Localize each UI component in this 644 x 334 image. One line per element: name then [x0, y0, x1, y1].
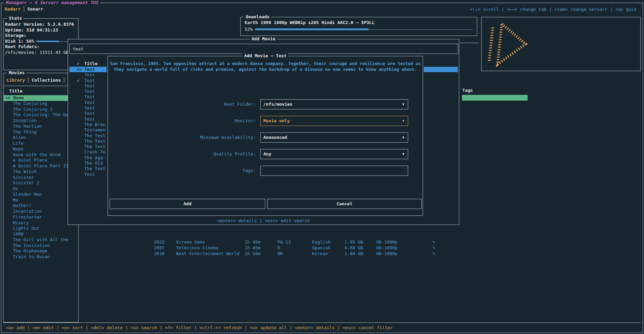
library-row[interactable]: 2016 Next Entertainment World 1h 58m NR …	[154, 251, 469, 256]
movie-list: =>Dune The Conjuring The Conjuring 2 The…	[4, 95, 78, 260]
movie-title: A Quiet Place Part II	[13, 163, 68, 168]
cell-quality: HD-1080p	[376, 239, 398, 245]
selected-result-row-fragment	[424, 67, 458, 72]
movie-title: Nope	[13, 146, 23, 151]
movie-row[interactable]: A Quiet Place Part II	[4, 163, 78, 169]
monitored-icon: ✎	[432, 251, 435, 256]
root-folder-select[interactable]: /nfs/movies ▼	[260, 99, 408, 109]
tab-sonarr[interactable]: Sonarr	[27, 6, 43, 12]
tab-library[interactable]: Library	[6, 78, 25, 83]
add-movie-modal-title: Add Movie	[250, 36, 277, 42]
uptime: Uptime: 31d 04:31:23	[4, 27, 78, 33]
quality-profile-value: Any	[263, 151, 271, 156]
gauge-fill	[255, 28, 368, 30]
movie-title: The Conjuring 2	[13, 107, 52, 112]
library-row[interactable]: 2007 Telecinco Cinema 1h 45m R Spanish 0…	[154, 245, 469, 251]
movie-row[interactable]: The Martian	[4, 124, 78, 129]
movie-row[interactable]: Sinister 2	[4, 180, 78, 186]
downloaded-check-icon: ✓	[77, 78, 80, 83]
dropdown-arrow-icon: ▼	[402, 133, 404, 142]
selected-movie-row[interactable]: =>Dune	[4, 95, 78, 101]
selection-arrow: =>	[5, 95, 10, 100]
add-movie-popup: Add Movie – Test San Francisco, 1985. Tw…	[108, 56, 423, 216]
selected-result-row[interactable]: => Test	[69, 67, 107, 72]
result-title: Crash Te	[84, 149, 106, 155]
monitor-select[interactable]: Movie only ▼	[260, 116, 408, 126]
movie-title: The Thing	[13, 129, 37, 134]
library-table-rows: 2022 Screen Gems 1h 45m PG-13 English 1.…	[154, 239, 469, 257]
movie-row[interactable]: Life	[4, 141, 78, 146]
movie-row[interactable]: The Conjuring	[4, 101, 78, 107]
movie-row[interactable]: Gone with the Wind	[4, 152, 78, 158]
top-help: <↑↓> scroll | <←→> change tab | <tab> ch…	[470, 7, 637, 12]
cell-size: 0.68 GB	[345, 245, 363, 251]
cell-size: 1.84 GB	[345, 251, 363, 256]
tab-collections[interactable]: Collections	[32, 78, 61, 83]
root-folder-field: Root Folder: /nfs/movies ▼	[108, 99, 423, 109]
movie-title: Inception	[13, 118, 37, 123]
movie-row[interactable]: Firestarter	[4, 214, 78, 220]
movie-row[interactable]: Alien	[4, 135, 78, 141]
keybindings-help: <a> add | <e> edit | <o> sort | <del> de…	[6, 325, 393, 330]
movie-row[interactable]: The Conjuring: The De	[4, 112, 78, 118]
minimum-availability-select[interactable]: Announced ▼	[260, 132, 408, 143]
servarr-tabs: Radarr│Sonarr	[5, 6, 43, 12]
quality-profile-select[interactable]: Any ▼	[260, 149, 408, 159]
cancel-button[interactable]: Cancel	[267, 199, 422, 209]
movie-row[interactable]: mother!	[4, 203, 78, 209]
movie-row[interactable]: Lights Out	[4, 226, 78, 231]
add-button[interactable]: Add	[110, 199, 265, 209]
movie-title: Slender Man	[13, 192, 42, 197]
movie-row[interactable]: The Witch	[4, 169, 78, 175]
download-percent-label: 52%	[245, 26, 252, 32]
movie-row[interactable]: Slender Man	[4, 192, 78, 197]
monitored-icon: ✎	[432, 245, 435, 251]
movie-title: The Girl with All the	[13, 237, 68, 242]
movie-row[interactable]: The Conjuring 2	[4, 107, 78, 112]
movie-row[interactable]: Incantation	[4, 209, 78, 214]
tags-input[interactable]	[260, 166, 408, 176]
result-title: Test	[84, 117, 95, 122]
movie-row[interactable]: Ma	[4, 197, 78, 203]
cell-rating: PG-13	[277, 239, 291, 245]
result-title: Test	[84, 100, 95, 105]
tab-separator: │	[27, 78, 30, 83]
movie-title: Dune	[13, 95, 24, 100]
movie-row[interactable]: Nope	[4, 146, 78, 152]
selection-arrow: =>	[76, 67, 82, 72]
movie-row[interactable]: 1408	[4, 231, 78, 237]
movie-row[interactable]: The Girl with All the	[4, 237, 78, 243]
movie-title: Incantation	[13, 209, 42, 214]
movie-title: 1408	[13, 231, 23, 236]
app-title: Managarr – A Servarr management TUI	[4, 0, 100, 5]
movie-row[interactable]: The Invitation	[4, 243, 78, 249]
movie-row[interactable]: A Quiet Place	[4, 158, 78, 163]
cell-runtime: 1h 58m	[245, 251, 261, 256]
disk-usage-row: Disk 1: 56%	[4, 39, 78, 44]
movie-row[interactable]: Us	[4, 186, 78, 192]
movie-title: The Conjuring: The De	[13, 112, 68, 117]
library-row[interactable]: 2022 Screen Gems 1h 45m PG-13 English 1.…	[154, 239, 469, 245]
cell-language: English	[312, 239, 331, 245]
download-item-title[interactable]: Earth 1998 1080p WEBRip x265 Hindi AAC2.…	[245, 20, 473, 25]
add-movie-help: <enter> details | <esc> edit search	[68, 218, 459, 223]
movie-row[interactable]: Train to Busan	[4, 254, 78, 260]
root-folders-label: Root Folders:	[4, 44, 78, 50]
movie-row[interactable]: The Orphanage	[4, 248, 78, 254]
movie-row[interactable]: Inception	[4, 118, 78, 124]
result-title: Test	[84, 111, 95, 116]
movie-title: Train to Busan	[13, 254, 50, 259]
movie-row[interactable]: Misery	[4, 220, 78, 226]
movie-row[interactable]: The Thing	[4, 129, 78, 135]
cell-size: 1.95 GB	[345, 239, 363, 245]
movie-row[interactable]: Sinister	[4, 175, 78, 181]
tab-radarr[interactable]: Radarr	[5, 6, 21, 12]
movie-overview: San Francisco, 1985. Two opposites attra…	[109, 61, 421, 72]
tab-separator: │	[63, 78, 66, 83]
result-title: test	[84, 105, 95, 111]
movie-title: Ma	[13, 197, 18, 203]
add-movie-search-input[interactable]	[69, 44, 458, 54]
cell-year: 2022	[154, 239, 164, 245]
tab-separator: │	[23, 6, 25, 12]
storage-label: Storage:	[4, 33, 78, 39]
